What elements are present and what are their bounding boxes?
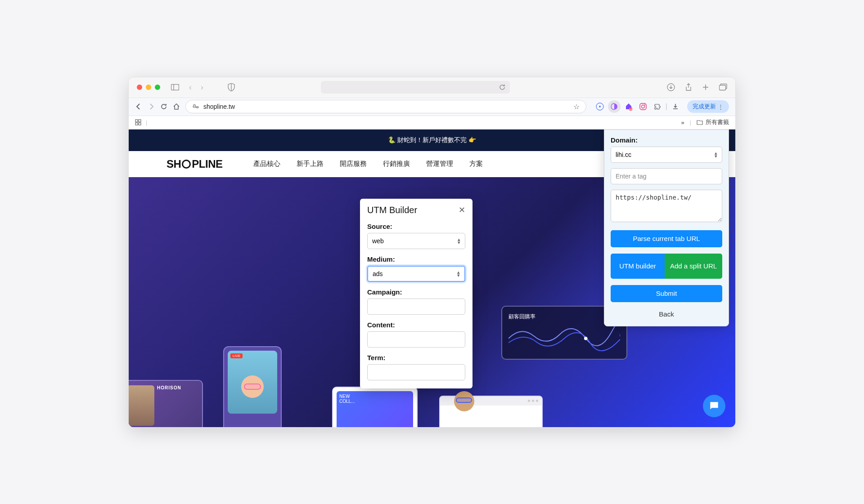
shield-icon[interactable] xyxy=(228,83,235,91)
mockup-horizon-card: HORISON xyxy=(129,380,203,427)
svg-rect-5 xyxy=(719,85,725,90)
live-badge: LIVE xyxy=(230,353,243,358)
svg-point-15 xyxy=(644,104,645,105)
select-caret-icon: ▴▾ xyxy=(715,152,717,158)
site-logo[interactable]: SHPLINE xyxy=(166,158,223,170)
banner-text: 🐍 財蛇到！新戶好禮數不完 👉 xyxy=(388,136,476,144)
mockup-person xyxy=(444,391,484,427)
domain-select[interactable]: lihi.cc ▴▾ xyxy=(611,147,722,163)
utm-source-label: Source: xyxy=(367,223,465,230)
site-settings-icon[interactable] xyxy=(192,103,199,110)
share-icon[interactable] xyxy=(685,83,692,91)
svg-rect-6 xyxy=(193,106,196,107)
utm-term-input[interactable] xyxy=(367,364,465,380)
select-caret-icon: ▴▾ xyxy=(458,238,460,244)
back-icon[interactable] xyxy=(135,103,142,110)
all-bookmarks-button[interactable]: 所有書籤 xyxy=(697,118,729,126)
extension-icon-1[interactable] xyxy=(594,100,606,113)
sidebar-toggle-icon[interactable] xyxy=(171,83,179,91)
maximize-window-button[interactable] xyxy=(155,85,160,90)
reload-icon[interactable] xyxy=(160,103,167,110)
extension-icon-4[interactable] xyxy=(637,100,649,113)
menu-dots-icon[interactable]: ⋮ xyxy=(718,103,724,110)
reload-icon[interactable] xyxy=(499,84,505,90)
close-window-button[interactable] xyxy=(137,85,142,90)
back-button[interactable]: Back xyxy=(611,308,722,320)
nav-item-plans[interactable]: 方案 xyxy=(469,160,483,168)
utm-source-value: web xyxy=(372,237,384,245)
nav-item-product[interactable]: 產品核心 xyxy=(253,160,280,168)
utm-medium-value: ads xyxy=(373,270,383,277)
page-content: 🐍 財蛇到！新戶好禮數不完 👉 ✕ SHPLINE 產品核心 新手上路 開店服務… xyxy=(129,129,735,427)
utm-content-label: Content: xyxy=(367,321,465,329)
utm-builder-button[interactable]: UTM builder xyxy=(611,254,665,279)
bookmark-star-icon[interactable]: ☆ xyxy=(573,103,580,111)
extension-icon-3[interactable]: 14 xyxy=(622,100,635,113)
browser-window: ‹ › xyxy=(128,77,736,428)
svg-rect-17 xyxy=(139,120,141,122)
utm-medium-label: Medium: xyxy=(367,255,465,263)
nav-item-marketing[interactable]: 行銷推廣 xyxy=(383,160,410,168)
bookmarks-bar: | » | 所有書籤 xyxy=(129,116,735,129)
tabs-overview-icon[interactable] xyxy=(719,84,727,91)
chart-label: 顧客回購率 xyxy=(508,313,620,321)
svg-point-10 xyxy=(599,106,601,107)
bookmarks-overflow-icon[interactable]: » xyxy=(681,119,684,126)
utm-builder-modal: UTM Builder ✕ Source: web ▴▾ Medium: ads… xyxy=(360,199,472,388)
all-bookmarks-label: 所有書籤 xyxy=(706,118,729,126)
traffic-lights xyxy=(137,85,160,90)
svg-rect-18 xyxy=(135,123,138,125)
extensions-puzzle-icon[interactable] xyxy=(651,100,664,113)
mac-titlebar: ‹ › xyxy=(129,77,735,98)
download-tray-icon[interactable] xyxy=(669,100,682,113)
parse-url-button[interactable]: Parse current tab URL xyxy=(611,230,722,247)
downloads-icon[interactable] xyxy=(667,83,675,91)
mockup-tablet: NEWCOLL... xyxy=(332,387,418,427)
domain-label: Domain: xyxy=(611,136,722,144)
tag-input[interactable]: Enter a tag xyxy=(611,168,722,184)
apps-grid-icon[interactable] xyxy=(135,119,141,125)
svg-rect-19 xyxy=(139,123,141,125)
nav-item-getstarted[interactable]: 新手上路 xyxy=(297,160,324,168)
utm-close-icon[interactable]: ✕ xyxy=(459,205,465,215)
forward-icon[interactable] xyxy=(148,103,155,110)
safari-url-bar[interactable] xyxy=(321,81,510,94)
utm-medium-select[interactable]: ads ▴▾ xyxy=(367,266,465,282)
tag-placeholder: Enter a tag xyxy=(616,173,647,180)
domain-value: lihi.cc xyxy=(616,151,631,158)
chrome-toolbar: shopline.tw ☆ 14 | 完成更新 xyxy=(129,98,735,116)
utm-title: UTM Builder xyxy=(367,205,417,215)
svg-point-20 xyxy=(584,336,588,340)
utm-content-input[interactable] xyxy=(367,331,465,348)
url-text: shopline.tw xyxy=(203,103,569,110)
forward-button[interactable]: › xyxy=(201,83,203,92)
add-split-url-button[interactable]: Add a split URL xyxy=(665,254,722,279)
address-bar[interactable]: shopline.tw ☆ xyxy=(185,100,586,113)
svg-point-14 xyxy=(641,105,644,108)
nav-item-operations[interactable]: 營運管理 xyxy=(426,160,453,168)
utm-term-label: Term: xyxy=(367,354,465,361)
utm-source-select[interactable]: web ▴▾ xyxy=(367,233,465,249)
lihi-extension-icon[interactable] xyxy=(608,100,621,113)
lihi-extension-popup: Domain: lihi.cc ▴▾ Enter a tag Parse cur… xyxy=(604,129,729,326)
update-label: 完成更新 xyxy=(693,103,716,111)
svg-rect-13 xyxy=(640,103,646,110)
nav-item-services[interactable]: 開店服務 xyxy=(340,160,367,168)
svg-text:14: 14 xyxy=(629,108,632,111)
minimize-window-button[interactable] xyxy=(146,85,151,90)
mockup-phone-livestream: LIVE xyxy=(223,346,282,427)
svg-rect-0 xyxy=(171,85,179,90)
logo-o-icon xyxy=(182,160,191,169)
select-caret-icon: ▴▾ xyxy=(457,271,460,277)
utm-campaign-input[interactable] xyxy=(367,299,465,315)
back-button[interactable]: ‹ xyxy=(189,83,192,92)
svg-rect-16 xyxy=(135,120,138,122)
new-tab-icon[interactable] xyxy=(702,84,709,91)
home-icon[interactable] xyxy=(173,103,180,110)
utm-campaign-label: Campaign: xyxy=(367,288,465,296)
submit-button[interactable]: Submit xyxy=(611,285,722,302)
update-chrome-button[interactable]: 完成更新 ⋮ xyxy=(687,100,729,113)
extension-icons: 14 | xyxy=(594,100,682,113)
url-textarea[interactable] xyxy=(611,190,722,222)
chat-fab-button[interactable] xyxy=(703,395,725,417)
